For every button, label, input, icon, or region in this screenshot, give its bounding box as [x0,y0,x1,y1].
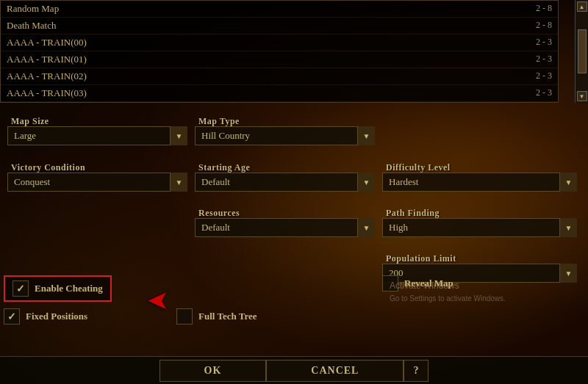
victory-condition-label: Victory Condition [11,160,85,173]
map-type-label: Map Type [198,114,240,127]
full-tech-tree-checkbox[interactable] [176,308,193,325]
map-size-label: Map Size [11,114,49,127]
starting-age-arrow-icon: ▼ [357,173,375,192]
map-row-players: 2 - 8 [530,20,552,32]
scroll-down-button[interactable]: ▼ [577,91,587,101]
scroll-up-button[interactable]: ▲ [577,1,587,12]
difficulty-label: Difficulty Level [386,160,451,173]
map-row-players: 2 - 3 [530,37,552,48]
map-row-players: 2 - 3 [530,54,552,65]
full-tech-tree-label: Full Tech Tree [198,311,257,322]
enable-cheating-checkbox[interactable] [12,280,29,297]
map-type-select[interactable]: Hill Country [195,126,375,145]
difficulty-dropdown[interactable]: Hardest ▼ [382,173,577,192]
resources-dropdown[interactable]: Default ▼ [195,218,375,237]
starting-age-select[interactable]: Default [195,173,375,192]
map-list-item[interactable]: AAAA - TRAIN(02)2 - 3 [1,68,558,85]
map-size-arrow-icon: ▼ [170,126,187,145]
activate-windows-line1: Activate Windows [390,279,506,293]
difficulty-select[interactable]: Hardest [382,173,577,192]
map-row-name: AAAA - TRAIN(03) [7,87,530,99]
path-finding-label: Path Finding [386,206,440,219]
map-size-dropdown[interactable]: Large ▼ [7,126,187,145]
scroll-thumb[interactable] [578,29,587,73]
victory-condition-arrow-icon: ▼ [170,173,187,192]
enable-cheating-label: Enable Cheating [35,283,103,294]
resources-select[interactable]: Default [195,218,375,237]
starting-age-label: Starting Age [198,160,250,173]
population-limit-arrow-icon: ▼ [559,264,577,283]
resources-label: Resources [198,206,240,219]
map-list-container: Random Map2 - 8Death Match2 - 8AAAA - TR… [0,0,559,103]
full-tech-tree-item: Full Tech Tree [176,308,257,325]
map-list-item[interactable]: Death Match2 - 8 [1,18,558,35]
resources-arrow-icon: ▼ [357,218,375,237]
full-tech-tree-container: Full Tech Tree [176,308,257,325]
map-row-name: AAAA - TRAIN(01) [7,54,530,65]
difficulty-arrow-icon: ▼ [559,173,577,192]
cancel-button[interactable]: Cancel [266,360,404,382]
map-type-dropdown[interactable]: Hill Country ▼ [195,126,375,145]
map-row-players: 2 - 3 [530,70,552,82]
path-finding-arrow-icon: ▼ [559,218,577,237]
map-list-item[interactable]: Random Map2 - 8 [1,1,558,18]
red-arrow-icon: ➤ [147,285,169,316]
fixed-positions-item: Fixed Positions [4,308,87,325]
bottom-button-bar: OK Cancel ? [0,356,588,384]
activate-windows-watermark: Activate Windows Go to Settings to activ… [390,279,506,305]
map-list[interactable]: Random Map2 - 8Death Match2 - 8AAAA - TR… [1,1,558,102]
map-row-name: AAAA - TRAIN(02) [7,70,530,82]
fixed-positions-checkbox[interactable] [4,308,20,325]
activate-windows-line2: Go to Settings to activate Windows. [390,293,506,305]
map-list-item[interactable]: AAAA - TRAIN(03)2 - 3 [1,85,558,102]
map-type-arrow-icon: ▼ [357,126,375,145]
victory-condition-select[interactable]: Conquest [7,173,187,192]
victory-condition-dropdown[interactable]: Conquest ▼ [7,173,187,192]
enable-cheating-item: Enable Cheating [12,280,103,297]
ok-button[interactable]: OK [159,360,267,382]
ui-container: Random Map2 - 8Death Match2 - 8AAAA - TR… [0,0,588,384]
fixed-positions-container: Fixed Positions [4,308,87,325]
fixed-positions-label: Fixed Positions [26,311,87,322]
map-row-players: 2 - 3 [530,87,552,99]
map-row-players: 2 - 8 [530,3,552,15]
map-row-name: Death Match [7,20,530,32]
map-list-item[interactable]: AAAA - TRAIN(01)2 - 3 [1,51,558,68]
map-list-scrollbar: ▲ ▼ [575,0,588,103]
starting-age-dropdown[interactable]: Default ▼ [195,173,375,192]
path-finding-dropdown[interactable]: High ▼ [382,218,577,237]
map-row-name: AAAA - TRAIN(00) [7,37,530,48]
path-finding-select[interactable]: High [382,218,577,237]
help-button[interactable]: ? [404,360,429,382]
map-list-item[interactable]: AAAA - TRAIN(00)2 - 3 [1,35,558,51]
map-size-select[interactable]: Large [7,126,187,145]
map-row-name: Random Map [7,3,530,15]
enable-cheating-container: Enable Cheating [4,275,112,302]
population-limit-label: Population Limit [386,251,456,264]
